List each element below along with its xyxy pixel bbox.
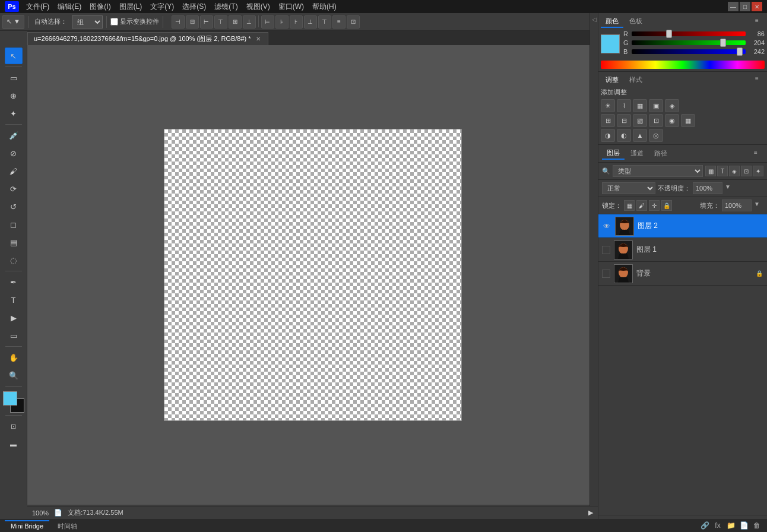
red-slider[interactable] [632,31,746,36]
posterize-adj-icon[interactable]: ◐ [617,129,631,142]
hand-tool[interactable]: ✋ [5,349,23,366]
blend-mode-select[interactable]: 正常 [602,182,655,194]
selection-tool[interactable]: ▭ [5,69,23,86]
align-bottom-icon[interactable]: ⊥ [243,15,256,28]
threshold-adj-icon[interactable]: ▲ [633,129,647,142]
tab-paths[interactable]: 路径 [649,147,672,160]
filter-type-icon[interactable]: T [717,166,728,176]
distribute-v-icon[interactable]: ⊧ [275,15,289,28]
distribute-3-icon[interactable]: ⊥ [304,15,317,28]
fill-menu-icon[interactable]: ▼ [754,201,763,210]
lock-position-icon[interactable]: ✛ [649,200,660,211]
auto-select-type[interactable]: 组 图层 [72,15,103,28]
move-tool-button[interactable]: ↖ ▼ [2,15,24,29]
distribute-4-icon[interactable]: ⊤ [318,15,331,28]
menu-edit[interactable]: 编辑(E) [54,1,85,13]
show-transform-checkbox[interactable] [110,18,118,26]
foreground-color-swatch[interactable] [3,391,17,406]
bottom-new-btn[interactable]: 📄 [739,520,749,531]
screen-mode-btn[interactable]: ▬ [5,436,23,452]
menu-window[interactable]: 窗口(W) [275,1,308,13]
lock-all-icon[interactable]: 🔒 [661,200,672,211]
lasso-tool[interactable]: ⊕ [5,87,23,104]
heal-tool[interactable]: ⊘ [5,145,23,162]
distribute-5-icon[interactable]: ≡ [332,15,346,28]
gradient-adj-icon[interactable]: ▦ [681,114,695,127]
layer-item-1[interactable]: 图层 1 [598,238,767,262]
arrange-icon[interactable]: ⊡ [347,15,360,28]
blue-slider-thumb[interactable] [737,48,743,56]
layers-panel-menu-icon[interactable]: ≡ [754,149,763,159]
document-tab[interactable]: u=2666946279,1602237666&fm=15&gp=0.jpg @… [27,32,268,45]
doc-info-icon[interactable]: 📄 [53,508,63,518]
green-slider-thumb[interactable] [720,39,726,47]
path-select-tool[interactable]: ▶ [5,309,23,326]
layer-bg-visibility[interactable] [602,270,610,278]
layers-filter-select[interactable]: 类型 [613,165,703,177]
move-tool[interactable]: ↖ [5,48,23,64]
color-swatches[interactable] [3,391,24,413]
bw-adj-icon[interactable]: ▧ [633,114,647,127]
lock-paint-icon[interactable]: 🖌 [636,200,647,211]
align-left-icon[interactable]: ⊣ [172,15,185,28]
close-button[interactable]: ✕ [752,2,762,11]
gradient-tool[interactable]: ▤ [5,234,23,251]
blend-menu-icon[interactable]: ▼ [725,183,734,193]
color-panel-menu-icon[interactable]: ≡ [755,17,765,27]
clone-tool[interactable]: ⟳ [5,180,23,197]
layer-1-visibility[interactable] [602,246,610,254]
history-brush[interactable]: ↺ [5,198,23,215]
bottom-fx-btn[interactable]: fx [712,520,723,531]
filter-smart-icon[interactable]: ⊡ [741,166,752,176]
tab-timeline[interactable]: 时间轴 [52,520,83,532]
selective-adj-icon[interactable]: ◎ [649,129,663,142]
vibrance-adj-icon[interactable]: ◈ [665,99,679,112]
align-top-icon[interactable]: ⊤ [214,15,227,28]
eraser-tool[interactable]: ◻ [5,216,23,233]
bottom-link-btn[interactable]: 🔗 [699,520,710,531]
exposure-adj-icon[interactable]: ▣ [649,99,663,112]
photo-filter-adj-icon[interactable]: ⊡ [649,114,663,127]
menu-image[interactable]: 图像(I) [86,1,114,13]
menu-file[interactable]: 文件(F) [23,1,53,13]
brush-tool[interactable]: 🖌 [5,163,23,179]
tab-mini-bridge[interactable]: Mini Bridge [5,520,49,531]
hsl-adj-icon[interactable]: ⊞ [601,114,615,127]
filter-adj-icon[interactable]: ✦ [753,166,763,176]
tab-channels[interactable]: 通道 [626,147,648,160]
align-right-icon[interactable]: ⊢ [200,15,213,28]
bottom-delete-btn[interactable]: 🗑 [752,520,762,531]
shape-tool[interactable]: ▭ [5,327,23,344]
levels-adj-icon[interactable]: ▦ [633,99,647,112]
blue-slider[interactable] [632,49,746,54]
menu-help[interactable]: 帮助(H) [309,1,340,13]
distribute-h-icon[interactable]: ⊨ [261,15,274,28]
layer-2-visibility[interactable]: 👁 [602,221,611,231]
eyedropper-tool[interactable]: 💉 [5,127,23,144]
menu-layer[interactable]: 图层(L) [116,1,146,13]
menu-type[interactable]: 文字(Y) [147,1,178,13]
align-center-h-icon[interactable]: ⊟ [186,15,199,28]
color-preview-box[interactable] [601,34,620,53]
green-slider[interactable] [632,40,746,45]
adj-panel-menu-icon[interactable]: ≡ [755,75,765,85]
menu-select[interactable]: 选择(S) [179,1,210,13]
mixer-adj-icon[interactable]: ◉ [665,114,679,127]
layer-item-background[interactable]: 背景 🔒 [598,262,767,286]
zoom-tool[interactable]: 🔍 [5,367,23,384]
curves-adj-icon[interactable]: ⌇ [617,99,631,112]
tab-close-button[interactable]: ✕ [255,36,262,43]
layer-item-2[interactable]: 👁 图层 2 [598,214,767,238]
tab-color[interactable]: 颜色 [601,15,623,28]
maximize-button[interactable]: □ [740,2,750,11]
type-tool[interactable]: T [5,292,23,308]
tab-adjustments[interactable]: 调整 [601,74,623,86]
minimize-button[interactable]: — [728,2,739,11]
distribute-2-icon[interactable]: ⊦ [290,15,303,28]
tab-swatches[interactable]: 色板 [625,15,647,28]
align-center-v-icon[interactable]: ⊞ [229,15,242,28]
colorbalance-adj-icon[interactable]: ⊟ [617,114,631,127]
panel-strip-icon[interactable]: ◁ [591,15,598,23]
filter-shape-icon[interactable]: ◈ [729,166,740,176]
invert-adj-icon[interactable]: ◑ [601,129,615,142]
